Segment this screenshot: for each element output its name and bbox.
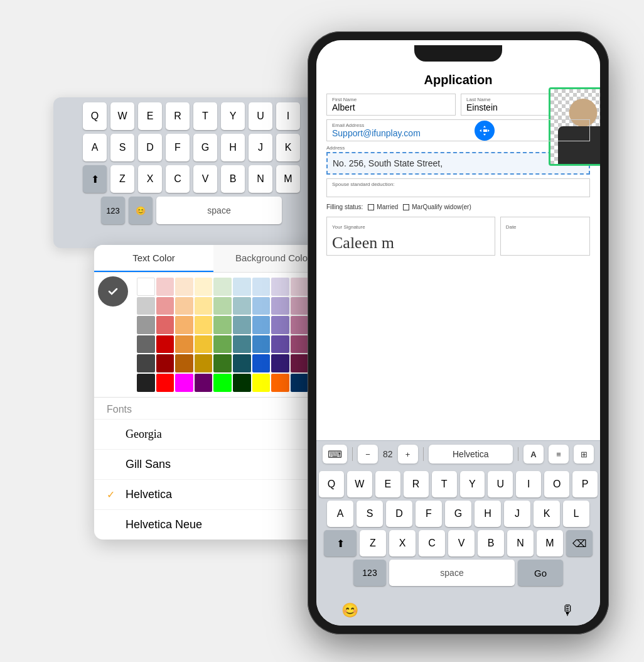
key-t[interactable]: T bbox=[432, 471, 457, 497]
color-cell[interactable] bbox=[291, 278, 309, 296]
color-cell[interactable] bbox=[252, 354, 271, 372]
font-item-helvetica-neue[interactable]: Helvetica Neue bbox=[94, 509, 333, 540]
key-f[interactable]: F bbox=[416, 501, 442, 527]
color-cell[interactable] bbox=[271, 316, 289, 334]
move-handle[interactable] bbox=[475, 121, 495, 141]
key-k[interactable]: K bbox=[534, 501, 560, 527]
color-cell[interactable] bbox=[252, 374, 271, 392]
color-cell[interactable] bbox=[156, 374, 174, 392]
color-cell[interactable] bbox=[195, 374, 213, 392]
color-cell[interactable] bbox=[137, 354, 155, 372]
number-key[interactable]: 123 bbox=[353, 560, 386, 586]
color-cell[interactable] bbox=[291, 297, 309, 315]
key-z[interactable]: Z bbox=[360, 530, 386, 556]
key-j[interactable]: J bbox=[504, 501, 530, 527]
color-cell[interactable] bbox=[252, 278, 271, 296]
color-cell[interactable] bbox=[175, 374, 193, 392]
color-cell[interactable] bbox=[271, 354, 289, 372]
key-b[interactable]: B bbox=[478, 530, 504, 556]
email-field[interactable]: Email Address Support@ifunplay.com bbox=[326, 119, 590, 141]
color-cell[interactable] bbox=[175, 278, 193, 296]
key-g[interactable]: G bbox=[445, 501, 471, 527]
color-cell[interactable] bbox=[233, 278, 251, 296]
key-r[interactable]: R bbox=[404, 471, 429, 497]
color-cell[interactable] bbox=[291, 335, 309, 354]
color-cell[interactable] bbox=[175, 297, 193, 315]
key-x[interactable]: X bbox=[389, 530, 416, 556]
married-checkbox[interactable]: Married bbox=[368, 203, 398, 210]
font-size-increase-btn[interactable]: + bbox=[398, 445, 418, 464]
font-name-btn[interactable]: Helvetica bbox=[429, 445, 513, 464]
tab-text-color[interactable]: Text Color bbox=[94, 245, 213, 272]
key-v[interactable]: V bbox=[448, 530, 475, 556]
color-cell[interactable] bbox=[271, 297, 289, 315]
key-u[interactable]: U bbox=[488, 471, 513, 497]
color-cell[interactable] bbox=[213, 374, 232, 392]
font-item-helvetica[interactable]: ✓ Helvetica bbox=[94, 479, 333, 509]
spouse-field[interactable]: Spouse standard deduction: bbox=[326, 178, 590, 197]
color-cell[interactable] bbox=[291, 316, 309, 334]
color-cell[interactable] bbox=[156, 316, 174, 334]
emoji-button[interactable]: 😊 bbox=[341, 602, 358, 619]
font-format-btn[interactable]: A bbox=[523, 445, 544, 464]
color-cell[interactable] bbox=[213, 297, 232, 315]
key-l[interactable]: L bbox=[563, 501, 589, 527]
color-cell[interactable] bbox=[213, 335, 232, 354]
key-a[interactable]: A bbox=[327, 501, 353, 527]
keyboard-toggle-btn[interactable]: ⌨ bbox=[323, 445, 347, 464]
key-o[interactable]: O bbox=[544, 471, 569, 497]
color-cell[interactable] bbox=[195, 278, 213, 296]
color-cell[interactable] bbox=[252, 335, 271, 354]
more-options-btn[interactable]: ⊞ bbox=[574, 445, 594, 464]
mic-button[interactable]: 🎙 bbox=[561, 602, 575, 619]
date-box[interactable]: Date bbox=[500, 217, 590, 256]
key-y[interactable]: Y bbox=[460, 471, 485, 497]
key-w[interactable]: W bbox=[347, 471, 372, 497]
color-cell[interactable] bbox=[156, 278, 174, 296]
color-cell[interactable] bbox=[233, 374, 251, 392]
qualify-checkbox[interactable]: MarQualify widow(er) bbox=[403, 203, 471, 210]
color-cell[interactable] bbox=[137, 297, 155, 315]
color-cell[interactable] bbox=[291, 354, 309, 372]
color-cell[interactable] bbox=[252, 297, 271, 315]
color-cell[interactable] bbox=[271, 335, 289, 354]
color-cell[interactable] bbox=[213, 316, 232, 334]
align-btn[interactable]: ≡ bbox=[549, 445, 569, 464]
key-e[interactable]: E bbox=[375, 471, 400, 497]
color-cell[interactable] bbox=[175, 335, 193, 354]
font-size-decrease-btn[interactable]: − bbox=[358, 445, 378, 464]
color-cell[interactable] bbox=[137, 374, 155, 392]
color-cell[interactable] bbox=[233, 354, 251, 372]
shift-key[interactable]: ⬆ bbox=[324, 530, 357, 556]
color-cell[interactable] bbox=[233, 316, 251, 334]
delete-key[interactable]: ⌫ bbox=[566, 530, 593, 556]
key-n[interactable]: N bbox=[507, 530, 534, 556]
key-m[interactable]: M bbox=[537, 530, 563, 556]
color-cell[interactable] bbox=[156, 335, 174, 354]
color-cell[interactable] bbox=[233, 297, 251, 315]
space-key[interactable]: space bbox=[389, 560, 515, 586]
font-item-georgia[interactable]: Georgia bbox=[94, 419, 333, 449]
color-cell[interactable] bbox=[175, 316, 193, 334]
color-cell[interactable] bbox=[137, 316, 155, 334]
color-cell[interactable] bbox=[137, 335, 155, 354]
color-cell[interactable] bbox=[271, 278, 289, 296]
key-c[interactable]: C bbox=[419, 530, 445, 556]
color-cell[interactable] bbox=[213, 354, 232, 372]
color-cell[interactable] bbox=[195, 335, 213, 354]
signature-box[interactable]: Your Signature Caleen m bbox=[326, 217, 495, 256]
color-cell[interactable] bbox=[195, 316, 213, 334]
key-s[interactable]: S bbox=[357, 501, 383, 527]
key-d[interactable]: D bbox=[386, 501, 412, 527]
go-key[interactable]: Go bbox=[518, 560, 563, 586]
key-p[interactable]: P bbox=[572, 471, 598, 497]
color-cell[interactable] bbox=[252, 316, 271, 334]
color-cell[interactable] bbox=[137, 278, 155, 296]
color-cell[interactable] bbox=[195, 354, 213, 372]
color-cell[interactable] bbox=[156, 297, 174, 315]
key-i[interactable]: I bbox=[516, 471, 541, 497]
font-item-gillsans[interactable]: Gill Sans bbox=[94, 449, 333, 479]
key-q[interactable]: Q bbox=[319, 471, 344, 497]
first-name-field[interactable]: First Name Albert bbox=[326, 94, 456, 116]
color-cell[interactable] bbox=[291, 374, 309, 392]
